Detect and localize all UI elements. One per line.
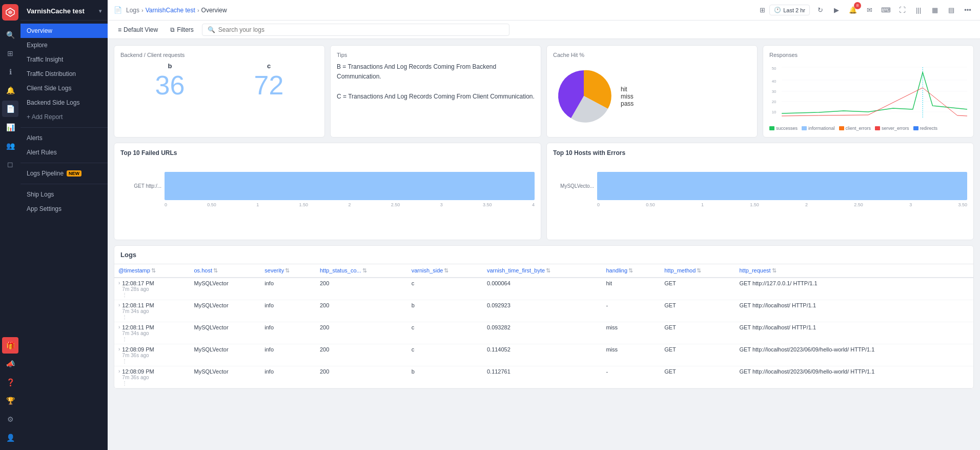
email-icon[interactable]: ✉ [863,4,875,16]
toolbar: ≡ Default View ⧉ Filters 🔍 [108,21,980,39]
hx-label-0: 0 [597,202,600,207]
col-header-request[interactable]: http_request⇅ [735,264,973,278]
time-range-button[interactable]: 🕐 Last 2 hr [769,5,810,15]
breadcrumb-app[interactable]: VarnishCache test [146,7,195,14]
breadcrumb-doc-icon: 📄 [114,6,122,14]
grid-icon-btn[interactable]: ⊞ [760,6,765,14]
cell-method: GET [660,344,735,366]
col-header-severity[interactable]: severity⇅ [260,264,316,278]
sidebar-item-explore[interactable]: Explore [21,38,108,52]
icon-sidebar: 🔍 ⊞ ℹ 🔔 📄 📊 👥 ◻ 🎁 📣 ❓ 🏆 ⚙ 👤 [0,0,21,450]
hx-label-350: 3.50 [958,202,967,207]
failed-urls-card: Top 10 Failed URLs GET http:/... 0 0.50 … [114,143,541,240]
responses-card: Responses 50 40 30 20 10 [763,45,974,138]
row-expand-icon[interactable]: › [118,280,120,286]
nav-icon-search[interactable]: 🔍 [2,27,18,43]
app-header[interactable]: VarnishCache test ▾ [21,4,108,21]
legend-label-redirects: redirects [920,126,938,131]
col-header-status[interactable]: http_status_co...⇅ [316,264,407,278]
sidebar-item-traffic-insight[interactable]: Traffic Insight [21,52,108,67]
layout-icon-1[interactable]: ▦ [929,4,941,16]
handling-sort-icon: ⇅ [628,267,633,273]
sidebar-item-client-logs[interactable]: Client Side Logs [21,81,108,95]
cell-time-first-byte: 0.000064 [483,278,602,300]
request-col-label: http_request [739,267,770,273]
expand-icon[interactable]: ⛶ [896,4,908,16]
sidebar-item-traffic-distribution[interactable]: Traffic Distribution [21,67,108,81]
nav-divider-1 [21,127,108,128]
main-area: 📄 Logs › VarnishCache test › Overview ⊞ … [108,0,980,450]
add-report-button[interactable]: + Add Report [21,110,108,124]
row-more-icon[interactable]: ⋮ [122,336,154,342]
failed-urls-x-axis: 0 0.50 1 1.50 2 2.50 3 3.50 4 [165,200,535,207]
sidebar-item-overview[interactable]: Overview [21,24,108,38]
backend-client-title: Backend / Client requests [120,52,318,58]
more-options-button[interactable]: ••• [962,4,974,16]
col-header-handling[interactable]: handling⇅ [602,264,660,278]
cell-request: GET http://localhost/ HTTP/1.1 [735,322,973,344]
row-more-icon[interactable]: ⋮ [122,380,154,386]
nav-icon-bell[interactable]: 🔔 [2,82,18,99]
cache-hit-card: Cache Hit % [546,45,758,138]
sidebar-item-alert-rules[interactable]: Alert Rules [21,145,108,160]
keyboard-icon[interactable]: ⌨ [880,4,892,16]
nav-icon-users[interactable]: 👥 [2,138,18,154]
cell-time-first-byte: 0.093282 [483,322,602,344]
nav-icon-chart[interactable]: 📊 [2,119,18,135]
columns-icon[interactable]: ||| [912,4,925,16]
nav-icon-settings[interactable]: ⚙ [2,411,18,427]
sidebar-item-alerts[interactable]: Alerts [21,131,108,145]
nav-icon-info[interactable]: ℹ [2,64,18,80]
nav-icon-document[interactable]: 📄 [2,101,18,117]
layout-icon-2[interactable]: ▤ [945,4,957,16]
search-input[interactable] [218,26,504,33]
nav-icon-question[interactable]: ❓ [2,374,18,390]
col-header-method[interactable]: http_method⇅ [660,264,735,278]
row-more-icon[interactable]: ⋮ [122,358,154,364]
nav-icon-profile[interactable]: 👤 [2,429,18,446]
tips-text2: C = Transactions And Log Records Coming … [337,93,535,100]
search-box[interactable]: 🔍 [202,24,509,36]
cell-time-first-byte: 0.112761 [483,366,602,388]
row-more-icon[interactable]: ⋮ [122,314,154,320]
row-expand-icon[interactable]: › [118,368,120,374]
sidebar-item-logs-pipeline[interactable]: Logs Pipeline NEW [21,166,108,181]
ship-logs-label: Ship Logs [27,191,54,198]
chevron-down-icon: ▾ [99,8,101,14]
nav-icon-grid[interactable]: ⊞ [2,45,18,62]
add-report-label: + Add Report [27,113,63,121]
breadcrumb-logs[interactable]: Logs [126,7,139,14]
nav-icon-cube[interactable]: ◻ [2,156,18,172]
legend-label-client-errors: client_errors [846,126,871,131]
cell-varnish-side: b [407,366,483,388]
col-header-host[interactable]: os.host⇅ [190,264,261,278]
responses-legend: successes informational client_errors se… [769,124,967,131]
cell-host: MySQLVector [190,300,261,322]
charts-row: Top 10 Failed URLs GET http:/... 0 0.50 … [114,143,974,240]
handling-col-label: handling [606,267,627,273]
col-header-timestamp[interactable]: @timestamp⇅ [114,264,190,278]
refresh-button[interactable]: ↻ [814,4,826,16]
col-header-time-first-byte[interactable]: varnish_time_first_byte⇅ [483,264,602,278]
filters-button[interactable]: ⧉ Filters [166,24,198,35]
sidebar-item-ship-logs[interactable]: Ship Logs [21,187,108,202]
alert-rules-label: Alert Rules [27,149,57,156]
col-header-varnish-side[interactable]: varnish_side⇅ [407,264,483,278]
nav-icon-trophy[interactable]: 🏆 [2,393,18,409]
svg-text:40: 40 [772,79,777,84]
row-more-icon[interactable]: ⋮ [122,292,154,298]
notification-button[interactable]: 🔔 8 [847,4,859,16]
logs-table: @timestamp⇅ os.host⇅ severity⇅ http_stat… [114,264,973,388]
nav-icon-megaphone[interactable]: 📣 [2,356,18,372]
timestamp-value: 12:08:11 PM [122,302,154,308]
sidebar-item-backend-logs[interactable]: Backend Side Logs [21,95,108,110]
row-expand-icon[interactable]: › [118,346,120,352]
ago-value: 7m 34s ago [122,308,154,314]
sidebar-item-app-settings[interactable]: App Settings [21,202,108,216]
play-button[interactable]: ▶ [830,4,843,16]
row-expand-icon[interactable]: › [118,302,120,308]
nav-icon-gift[interactable]: 🎁 [2,337,18,354]
app-logo-icon[interactable] [2,4,18,21]
row-expand-icon[interactable]: › [118,324,120,330]
default-view-button[interactable]: ≡ Default View [114,24,162,35]
